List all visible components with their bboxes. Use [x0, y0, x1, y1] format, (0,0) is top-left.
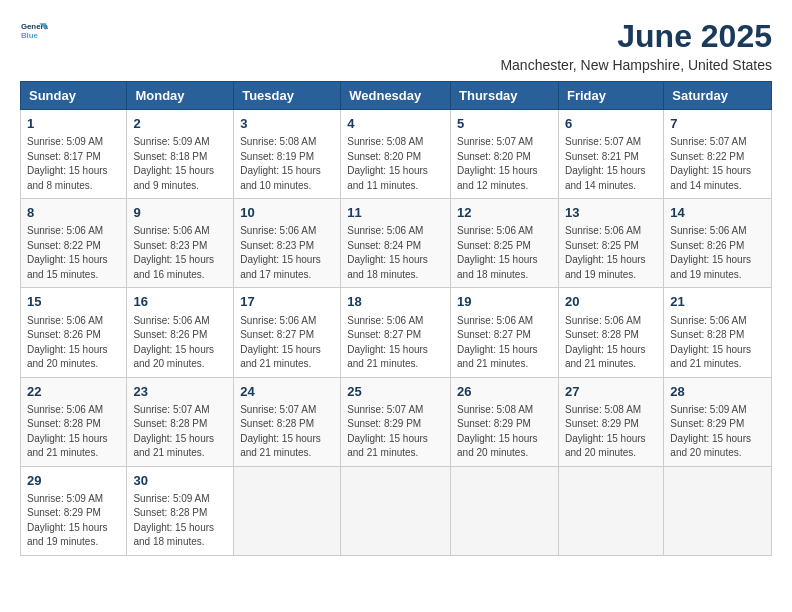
table-row: 20Sunrise: 5:06 AMSunset: 8:28 PMDayligh… [558, 288, 663, 377]
day-number: 2 [133, 115, 227, 133]
day-info: Sunrise: 5:09 AMSunset: 8:28 PMDaylight:… [133, 492, 227, 550]
table-row [664, 466, 772, 555]
subtitle: Manchester, New Hampshire, United States [500, 57, 772, 73]
day-info: Sunrise: 5:07 AMSunset: 8:29 PMDaylight:… [347, 403, 444, 461]
page: General Blue June 2025 Manchester, New H… [0, 0, 792, 612]
day-number: 7 [670, 115, 765, 133]
day-info: Sunrise: 5:09 AMSunset: 8:29 PMDaylight:… [27, 492, 120, 550]
table-row: 1Sunrise: 5:09 AMSunset: 8:17 PMDaylight… [21, 110, 127, 199]
table-row: 29Sunrise: 5:09 AMSunset: 8:29 PMDayligh… [21, 466, 127, 555]
day-info: Sunrise: 5:07 AMSunset: 8:22 PMDaylight:… [670, 135, 765, 193]
day-info: Sunrise: 5:06 AMSunset: 8:26 PMDaylight:… [670, 224, 765, 282]
day-number: 29 [27, 472, 120, 490]
table-row: 26Sunrise: 5:08 AMSunset: 8:29 PMDayligh… [451, 377, 559, 466]
calendar-table: Sunday Monday Tuesday Wednesday Thursday… [20, 81, 772, 556]
table-row: 11Sunrise: 5:06 AMSunset: 8:24 PMDayligh… [341, 199, 451, 288]
col-friday: Friday [558, 82, 663, 110]
table-row: 9Sunrise: 5:06 AMSunset: 8:23 PMDaylight… [127, 199, 234, 288]
table-row: 12Sunrise: 5:06 AMSunset: 8:25 PMDayligh… [451, 199, 559, 288]
day-info: Sunrise: 5:06 AMSunset: 8:23 PMDaylight:… [240, 224, 334, 282]
table-row: 24Sunrise: 5:07 AMSunset: 8:28 PMDayligh… [234, 377, 341, 466]
day-info: Sunrise: 5:08 AMSunset: 8:29 PMDaylight:… [457, 403, 552, 461]
day-number: 11 [347, 204, 444, 222]
main-title: June 2025 [500, 18, 772, 55]
table-row [558, 466, 663, 555]
table-row [341, 466, 451, 555]
col-wednesday: Wednesday [341, 82, 451, 110]
day-number: 18 [347, 293, 444, 311]
table-row [234, 466, 341, 555]
table-row: 5Sunrise: 5:07 AMSunset: 8:20 PMDaylight… [451, 110, 559, 199]
col-thursday: Thursday [451, 82, 559, 110]
col-sunday: Sunday [21, 82, 127, 110]
day-number: 9 [133, 204, 227, 222]
day-info: Sunrise: 5:06 AMSunset: 8:23 PMDaylight:… [133, 224, 227, 282]
day-number: 21 [670, 293, 765, 311]
table-row: 10Sunrise: 5:06 AMSunset: 8:23 PMDayligh… [234, 199, 341, 288]
calendar-header-row: Sunday Monday Tuesday Wednesday Thursday… [21, 82, 772, 110]
day-number: 30 [133, 472, 227, 490]
day-number: 25 [347, 383, 444, 401]
day-number: 16 [133, 293, 227, 311]
table-row: 15Sunrise: 5:06 AMSunset: 8:26 PMDayligh… [21, 288, 127, 377]
calendar-week-row: 1Sunrise: 5:09 AMSunset: 8:17 PMDaylight… [21, 110, 772, 199]
day-number: 4 [347, 115, 444, 133]
table-row: 21Sunrise: 5:06 AMSunset: 8:28 PMDayligh… [664, 288, 772, 377]
day-info: Sunrise: 5:07 AMSunset: 8:20 PMDaylight:… [457, 135, 552, 193]
header: General Blue June 2025 Manchester, New H… [20, 18, 772, 73]
day-info: Sunrise: 5:06 AMSunset: 8:27 PMDaylight:… [347, 314, 444, 372]
day-number: 8 [27, 204, 120, 222]
day-number: 15 [27, 293, 120, 311]
day-number: 22 [27, 383, 120, 401]
table-row: 6Sunrise: 5:07 AMSunset: 8:21 PMDaylight… [558, 110, 663, 199]
day-info: Sunrise: 5:07 AMSunset: 8:28 PMDaylight:… [133, 403, 227, 461]
calendar-week-row: 29Sunrise: 5:09 AMSunset: 8:29 PMDayligh… [21, 466, 772, 555]
day-info: Sunrise: 5:09 AMSunset: 8:17 PMDaylight:… [27, 135, 120, 193]
day-info: Sunrise: 5:06 AMSunset: 8:28 PMDaylight:… [670, 314, 765, 372]
day-info: Sunrise: 5:08 AMSunset: 8:20 PMDaylight:… [347, 135, 444, 193]
col-tuesday: Tuesday [234, 82, 341, 110]
logo-icon: General Blue [20, 18, 48, 46]
day-info: Sunrise: 5:06 AMSunset: 8:27 PMDaylight:… [240, 314, 334, 372]
table-row [451, 466, 559, 555]
col-saturday: Saturday [664, 82, 772, 110]
table-row: 17Sunrise: 5:06 AMSunset: 8:27 PMDayligh… [234, 288, 341, 377]
logo: General Blue [20, 18, 48, 46]
day-info: Sunrise: 5:06 AMSunset: 8:25 PMDaylight:… [457, 224, 552, 282]
table-row: 2Sunrise: 5:09 AMSunset: 8:18 PMDaylight… [127, 110, 234, 199]
day-number: 1 [27, 115, 120, 133]
table-row: 22Sunrise: 5:06 AMSunset: 8:28 PMDayligh… [21, 377, 127, 466]
table-row: 23Sunrise: 5:07 AMSunset: 8:28 PMDayligh… [127, 377, 234, 466]
day-number: 10 [240, 204, 334, 222]
table-row: 3Sunrise: 5:08 AMSunset: 8:19 PMDaylight… [234, 110, 341, 199]
col-monday: Monday [127, 82, 234, 110]
table-row: 18Sunrise: 5:06 AMSunset: 8:27 PMDayligh… [341, 288, 451, 377]
day-number: 13 [565, 204, 657, 222]
day-info: Sunrise: 5:06 AMSunset: 8:28 PMDaylight:… [27, 403, 120, 461]
calendar-week-row: 8Sunrise: 5:06 AMSunset: 8:22 PMDaylight… [21, 199, 772, 288]
day-number: 27 [565, 383, 657, 401]
table-row: 30Sunrise: 5:09 AMSunset: 8:28 PMDayligh… [127, 466, 234, 555]
day-number: 14 [670, 204, 765, 222]
day-info: Sunrise: 5:08 AMSunset: 8:29 PMDaylight:… [565, 403, 657, 461]
day-info: Sunrise: 5:07 AMSunset: 8:21 PMDaylight:… [565, 135, 657, 193]
table-row: 14Sunrise: 5:06 AMSunset: 8:26 PMDayligh… [664, 199, 772, 288]
day-info: Sunrise: 5:07 AMSunset: 8:28 PMDaylight:… [240, 403, 334, 461]
table-row: 8Sunrise: 5:06 AMSunset: 8:22 PMDaylight… [21, 199, 127, 288]
day-number: 28 [670, 383, 765, 401]
day-number: 20 [565, 293, 657, 311]
calendar-week-row: 22Sunrise: 5:06 AMSunset: 8:28 PMDayligh… [21, 377, 772, 466]
day-number: 23 [133, 383, 227, 401]
day-info: Sunrise: 5:09 AMSunset: 8:18 PMDaylight:… [133, 135, 227, 193]
table-row: 4Sunrise: 5:08 AMSunset: 8:20 PMDaylight… [341, 110, 451, 199]
day-info: Sunrise: 5:08 AMSunset: 8:19 PMDaylight:… [240, 135, 334, 193]
day-info: Sunrise: 5:06 AMSunset: 8:26 PMDaylight:… [27, 314, 120, 372]
day-info: Sunrise: 5:06 AMSunset: 8:25 PMDaylight:… [565, 224, 657, 282]
table-row: 13Sunrise: 5:06 AMSunset: 8:25 PMDayligh… [558, 199, 663, 288]
day-number: 12 [457, 204, 552, 222]
day-info: Sunrise: 5:06 AMSunset: 8:28 PMDaylight:… [565, 314, 657, 372]
table-row: 25Sunrise: 5:07 AMSunset: 8:29 PMDayligh… [341, 377, 451, 466]
day-info: Sunrise: 5:06 AMSunset: 8:26 PMDaylight:… [133, 314, 227, 372]
table-row: 28Sunrise: 5:09 AMSunset: 8:29 PMDayligh… [664, 377, 772, 466]
table-row: 27Sunrise: 5:08 AMSunset: 8:29 PMDayligh… [558, 377, 663, 466]
